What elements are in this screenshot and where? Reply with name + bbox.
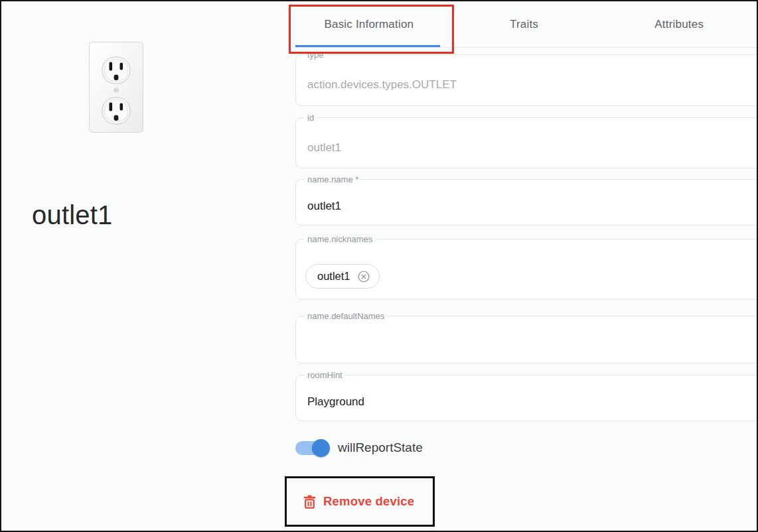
device-summary-panel: outlet1 <box>1 1 291 531</box>
chip-remove-icon[interactable] <box>356 269 371 284</box>
tab-basic-information-label: Basic Information <box>324 18 414 31</box>
name-nicknames-field[interactable]: name.nicknames outlet1 <box>295 239 758 300</box>
type-field-value: action.devices.types.OUTLET <box>307 78 457 92</box>
tab-traits-label: Traits <box>510 18 538 31</box>
trash-icon <box>303 495 316 509</box>
annotation-black-box: Remove device <box>285 476 435 527</box>
tab-attributes[interactable]: Attributes <box>601 1 757 47</box>
outlet-device-image <box>88 41 144 133</box>
nickname-chip-label: outlet1 <box>317 270 350 283</box>
nickname-chip: outlet1 <box>305 264 380 289</box>
roomhint-field[interactable]: roomHint Playground <box>295 375 758 421</box>
name-defaultnames-field-label: name.defaultNames <box>304 311 388 321</box>
name-name-field[interactable]: name.name * outlet1 <box>295 179 758 226</box>
name-defaultnames-field[interactable]: name.defaultNames <box>295 316 758 364</box>
outlet-socket-bottom <box>102 98 130 124</box>
remove-device-button[interactable]: Remove device <box>287 478 433 525</box>
roomhint-field-label: roomHint <box>304 370 346 380</box>
name-name-field-value: outlet1 <box>307 200 341 213</box>
tab-attributes-label: Attributes <box>654 18 704 31</box>
willreportstate-row: willReportState <box>295 437 423 458</box>
toggle-thumb <box>312 439 330 457</box>
tab-basic-information[interactable]: Basic Information <box>291 1 447 47</box>
type-field-label: type <box>304 50 327 60</box>
tab-traits[interactable]: Traits <box>447 1 602 47</box>
name-name-field-label: name.name * <box>304 174 362 184</box>
type-field: type action.devices.types.OUTLET <box>295 54 758 106</box>
tabbar: Basic Information Traits Attributes <box>291 1 757 48</box>
outlet-socket-top <box>102 57 130 84</box>
willreportstate-label: willReportState <box>338 440 423 455</box>
willreportstate-toggle[interactable] <box>295 441 328 455</box>
name-nicknames-field-label: name.nicknames <box>304 234 376 244</box>
device-editor-page: outlet1 Basic Information Traits Attribu… <box>0 0 758 532</box>
id-field-label: id <box>304 113 317 123</box>
remove-device-label: Remove device <box>323 494 414 509</box>
id-field-value: outlet1 <box>307 141 341 155</box>
roomhint-field-value: Playground <box>307 395 364 409</box>
id-field: id outlet1 <box>295 117 758 168</box>
device-title: outlet1 <box>32 200 113 230</box>
basic-information-form: type action.devices.types.OUTLET id outl… <box>295 54 758 421</box>
